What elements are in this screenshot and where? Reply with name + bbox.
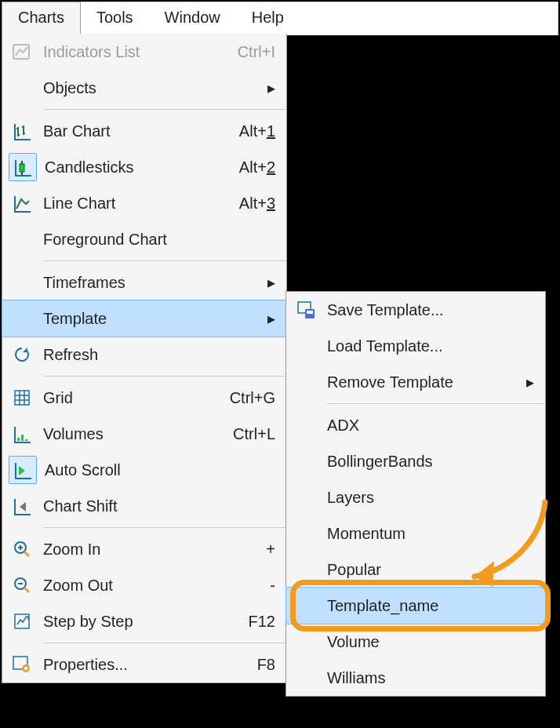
- svg-rect-6: [25, 439, 27, 441]
- grid-icon: [9, 384, 35, 411]
- menu-separator: [43, 109, 286, 110]
- menu-separator: [327, 403, 545, 404]
- submenu-template-item[interactable]: Momentum: [286, 515, 545, 551]
- menu-label: Foreground Chart: [43, 231, 275, 249]
- menu-label: Indicators List: [43, 43, 238, 61]
- blank-icon: [293, 333, 319, 359]
- submenu-template-item[interactable]: ADX: [286, 407, 545, 443]
- menu-item-grid[interactable]: Grid Ctrl+G: [2, 380, 286, 416]
- menu-item-auto-scroll[interactable]: Auto Scroll: [2, 452, 286, 488]
- submenu-label: BollingerBands: [327, 453, 534, 471]
- svg-line-8: [24, 551, 29, 556]
- submenu-label: Remove Template: [327, 373, 520, 391]
- blank-icon: [9, 305, 35, 332]
- submenu-template-item[interactable]: Volume: [286, 624, 545, 660]
- menubar-tab-help[interactable]: Help: [236, 2, 300, 35]
- menu-shortcut: -: [270, 577, 275, 595]
- menu-label: Properties...: [43, 656, 257, 674]
- blank-icon: [293, 664, 319, 691]
- charts-menu: Indicators List Ctrl+I Objects ▸ Bar Cha…: [2, 34, 287, 683]
- menu-item-chart-shift[interactable]: Chart Shift: [2, 488, 286, 524]
- menu-label: Zoom Out: [43, 577, 270, 595]
- menu-label: Bar Chart: [43, 122, 239, 140]
- menu-shortcut: Ctrl+G: [230, 389, 275, 407]
- submenu-label: Popular: [327, 561, 534, 579]
- menu-label: Auto Scroll: [45, 461, 275, 479]
- svg-rect-5: [21, 435, 24, 441]
- menu-separator: [43, 642, 286, 643]
- menu-item-timeframes[interactable]: Timeframes ▸: [2, 264, 286, 300]
- menu-separator: [43, 376, 286, 377]
- blank-icon: [293, 556, 319, 583]
- blank-icon: [293, 592, 319, 619]
- menubar-tab-tools[interactable]: Tools: [81, 2, 149, 35]
- menu-item-bar-chart[interactable]: Bar Chart Alt+1: [2, 113, 286, 149]
- menu-shortcut: F12: [249, 613, 275, 631]
- menubar-label: Charts: [18, 9, 64, 26]
- submenu-template-item[interactable]: Popular: [286, 551, 545, 588]
- submenu-label: ADX: [327, 417, 534, 435]
- menu-item-candlesticks[interactable]: Candlesticks Alt+2: [2, 149, 286, 185]
- menu-shortcut: Alt+3: [239, 195, 275, 213]
- menu-item-zoom-out[interactable]: Zoom Out -: [2, 567, 286, 603]
- menu-item-step-by-step[interactable]: Step by Step F12: [2, 603, 286, 639]
- menu-label: Objects: [43, 79, 261, 97]
- menu-item-foreground-chart[interactable]: Foreground Chart: [2, 221, 286, 257]
- menu-item-refresh[interactable]: Refresh: [2, 337, 286, 373]
- properties-icon: [9, 651, 35, 678]
- submenu-template-item-highlighted[interactable]: Template_name: [286, 588, 545, 624]
- svg-point-17: [24, 667, 27, 670]
- menu-item-zoom-in[interactable]: Zoom In +: [2, 531, 286, 567]
- menu-label: Timeframes: [43, 274, 261, 292]
- line-chart-icon: [9, 190, 35, 217]
- menubar-label: Window: [165, 9, 220, 26]
- menu-separator: [43, 260, 286, 261]
- submenu-label: Williams: [327, 669, 534, 687]
- menu-item-line-chart[interactable]: Line Chart Alt+3: [2, 185, 286, 221]
- submenu-item-save-template[interactable]: Save Template...: [286, 292, 545, 328]
- menu-label: Candlesticks: [45, 158, 239, 177]
- menu-item-template[interactable]: Template ▸: [2, 300, 286, 337]
- svg-rect-4: [17, 438, 20, 441]
- menu-item-properties[interactable]: Properties... F8: [2, 646, 286, 682]
- blank-icon: [293, 520, 319, 547]
- submenu-template-item[interactable]: BollingerBands: [286, 443, 545, 479]
- save-template-icon: [293, 297, 319, 323]
- blank-icon: [9, 226, 35, 253]
- menu-shortcut: Ctrl+L: [233, 425, 275, 443]
- submenu-label: Template_name: [327, 597, 534, 615]
- svg-rect-20: [307, 311, 313, 314]
- menu-item-volumes[interactable]: Volumes Ctrl+L: [2, 416, 286, 452]
- menu-shortcut: F8: [257, 656, 275, 674]
- blank-icon: [293, 484, 319, 511]
- auto-scroll-icon: [9, 456, 37, 484]
- menubar-tab-charts[interactable]: Charts: [2, 2, 81, 35]
- blank-icon: [293, 628, 319, 655]
- bar-chart-icon: [9, 118, 35, 144]
- menubar-tab-window[interactable]: Window: [149, 2, 236, 35]
- menu-label: Line Chart: [43, 195, 239, 213]
- refresh-icon: [9, 341, 35, 368]
- blank-icon: [293, 412, 319, 439]
- volumes-icon: [9, 420, 35, 447]
- submenu-arrow-icon: ▸: [267, 309, 275, 328]
- menubar-label: Help: [252, 9, 284, 26]
- chart-shift-icon: [9, 493, 35, 519]
- menu-item-objects[interactable]: Objects ▸: [2, 70, 286, 106]
- submenu-arrow-icon: ▸: [526, 373, 534, 391]
- menu-label: Volumes: [43, 425, 233, 443]
- svg-line-12: [24, 588, 29, 592]
- blank-icon: [9, 269, 35, 296]
- menu-label: Grid: [43, 389, 230, 407]
- submenu-label: Load Template...: [327, 337, 534, 355]
- zoom-in-icon: [9, 536, 35, 562]
- menu-item-indicators-list[interactable]: Indicators List Ctrl+I: [2, 34, 286, 70]
- submenu-label: Momentum: [327, 525, 534, 543]
- submenu-template-item[interactable]: Layers: [286, 479, 545, 515]
- submenu-item-remove-template[interactable]: Remove Template ▸: [286, 364, 545, 400]
- menu-label: Refresh: [43, 346, 275, 364]
- candlesticks-icon: [9, 153, 37, 181]
- menu-label: Zoom In: [43, 541, 266, 559]
- submenu-template-item[interactable]: Williams: [286, 660, 545, 696]
- submenu-item-load-template[interactable]: Load Template...: [286, 328, 545, 364]
